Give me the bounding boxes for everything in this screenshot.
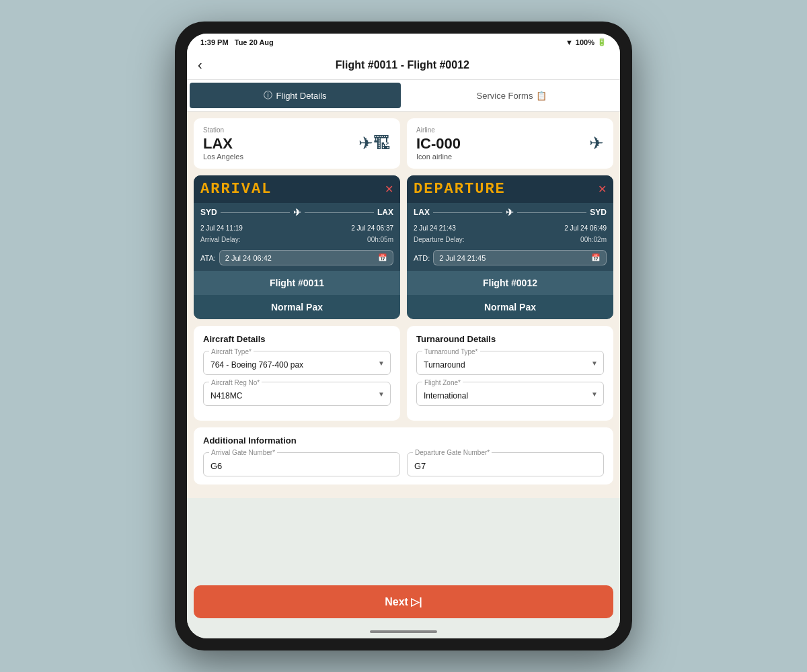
aircraft-type-label: Aircraft Type* bbox=[209, 348, 254, 355]
arrival-route-line2 bbox=[305, 212, 374, 213]
wifi-icon: ▼ bbox=[566, 38, 573, 46]
arrival-x-icon: ✕ bbox=[385, 183, 393, 196]
arrival-route: SYD ✈ LAX bbox=[194, 203, 400, 222]
departure-delay-value: 00h:02m bbox=[580, 236, 607, 243]
arrival-gate-input[interactable] bbox=[210, 461, 393, 471]
calendar-icon: 📅 bbox=[378, 253, 387, 262]
additional-info-title: Additional Information bbox=[203, 435, 604, 446]
flight-zone-label: Flight Zone* bbox=[422, 379, 463, 386]
spacer bbox=[194, 505, 613, 585]
atd-input[interactable]: 2 Jul 24 21:45 📅 bbox=[433, 250, 607, 265]
arrival-plane-icon: ✈ bbox=[293, 207, 301, 218]
aircraft-reg-field: Aircraft Reg No* N418MC ▼ bbox=[203, 382, 391, 406]
atd-label: ATD: bbox=[414, 254, 430, 262]
aircraft-reg-select[interactable]: N418MC bbox=[210, 391, 383, 401]
departure-plane-icon: ✈ bbox=[506, 207, 514, 218]
arrival-times: 2 Jul 24 11:19 2 Jul 24 06:37 bbox=[194, 222, 400, 235]
airline-icon: ✈ bbox=[589, 133, 604, 154]
departure-pax-button[interactable]: Normal Pax bbox=[407, 295, 613, 319]
departure-gate-label: Departure Gate Number* bbox=[413, 449, 492, 456]
flight-details-label: Flight Details bbox=[276, 91, 326, 101]
departure-gate-input[interactable] bbox=[414, 461, 597, 471]
next-button[interactable]: Next ▷| bbox=[194, 585, 613, 618]
flight-zone-select[interactable]: International bbox=[424, 391, 597, 401]
departure-route: LAX ✈ SYD bbox=[407, 203, 613, 222]
arrival-flight-button[interactable]: Flight #0011 bbox=[194, 271, 400, 295]
atd-value: 2 Jul 24 21:45 bbox=[439, 254, 486, 262]
home-indicator bbox=[187, 625, 620, 638]
arrival-gate-label: Arrival Gate Number* bbox=[209, 449, 277, 456]
turnaround-type-field: Turnaround Type* Turnaround ▼ bbox=[416, 351, 604, 375]
departure-card: DEPARTURE ✕ LAX ✈ SYD 2 Jul 24 21:43 2 J… bbox=[407, 175, 613, 319]
airline-label: Airline bbox=[416, 126, 461, 134]
flight-zone-wrapper[interactable]: Flight Zone* International ▼ bbox=[416, 382, 604, 406]
arrival-to: LAX bbox=[377, 208, 393, 217]
aircraft-reg-wrapper[interactable]: Aircraft Reg No* N418MC ▼ bbox=[203, 382, 391, 406]
back-button[interactable]: ‹ bbox=[198, 57, 202, 73]
calendar-icon-dep: 📅 bbox=[591, 253, 601, 262]
additional-info-card: Additional Information Arrival Gate Numb… bbox=[194, 427, 613, 485]
departure-delay-label: Departure Delay: bbox=[414, 236, 465, 243]
battery-label: 100% bbox=[576, 38, 594, 46]
atd-row: ATD: 2 Jul 24 21:45 📅 bbox=[407, 247, 613, 271]
station-card: Station LAX Los Angeles ✈🏗 bbox=[194, 118, 400, 169]
turnaround-type-wrapper[interactable]: Turnaround Type* Turnaround ▼ bbox=[416, 351, 604, 375]
arrival-delay-row: Arrival Delay: 00h:05m bbox=[194, 235, 400, 247]
tab-service-forms[interactable]: Service Forms 📋 bbox=[406, 83, 617, 108]
details-row: Aircraft Details Aircraft Type* 764 - Bo… bbox=[194, 326, 613, 421]
ata-row: ATA: 2 Jul 24 06:42 📅 bbox=[194, 247, 400, 271]
ata-input[interactable]: 2 Jul 24 06:42 📅 bbox=[219, 250, 393, 265]
station-airline-row: Station LAX Los Angeles ✈🏗 Airline IC-00… bbox=[194, 118, 613, 169]
station-icon: ✈🏗 bbox=[358, 133, 391, 154]
arrival-scheduled: 2 Jul 24 11:19 bbox=[200, 224, 243, 232]
arrival-actual: 2 Jul 24 06:37 bbox=[351, 224, 393, 232]
flight-details-icon: ⓘ bbox=[264, 89, 272, 101]
aircraft-type-select[interactable]: 764 - Boeing 767-400 pax bbox=[210, 360, 383, 370]
page-title: Flight #0011 - Flight #0012 bbox=[209, 59, 596, 71]
departure-gate-field: Departure Gate Number* bbox=[407, 452, 604, 476]
ata-label: ATA: bbox=[200, 254, 216, 262]
turnaround-details-title: Turnaround Details bbox=[416, 334, 604, 344]
departure-flight-button[interactable]: Flight #0012 bbox=[407, 271, 613, 295]
status-icons: ▼ 100% 🔋 bbox=[566, 38, 607, 46]
gate-row: Arrival Gate Number* Departure Gate Numb… bbox=[203, 452, 604, 476]
aircraft-reg-label: Aircraft Reg No* bbox=[209, 379, 262, 386]
departure-times: 2 Jul 24 21:43 2 Jul 24 06:49 bbox=[407, 222, 613, 235]
aircraft-details-title: Aircraft Details bbox=[203, 334, 391, 344]
home-bar bbox=[370, 630, 437, 633]
service-forms-label: Service Forms bbox=[477, 91, 533, 101]
arrival-pax-button[interactable]: Normal Pax bbox=[194, 295, 400, 319]
airline-name: Icon airline bbox=[416, 153, 461, 161]
arrival-delay-label: Arrival Delay: bbox=[200, 236, 240, 243]
status-time-date: 1:39 PM Tue 20 Aug bbox=[200, 38, 274, 46]
tab-bar: ⓘ Flight Details Service Forms 📋 bbox=[187, 80, 620, 112]
tab-flight-details[interactable]: ⓘ Flight Details bbox=[190, 83, 401, 108]
station-label: Station bbox=[203, 126, 243, 134]
departure-delay-row: Departure Delay: 00h:02m bbox=[407, 235, 613, 247]
arrival-delay-value: 00h:05m bbox=[367, 236, 393, 243]
airline-card: Airline IC-000 Icon airline ✈ bbox=[407, 118, 613, 169]
aircraft-details-card: Aircraft Details Aircraft Type* 764 - Bo… bbox=[194, 326, 400, 421]
departure-route-line2 bbox=[517, 212, 586, 213]
screen: 1:39 PM Tue 20 Aug ▼ 100% 🔋 ‹ Flight #00… bbox=[187, 34, 620, 638]
header: ‹ Flight #0011 - Flight #0012 bbox=[187, 50, 620, 80]
aircraft-type-wrapper[interactable]: Aircraft Type* 764 - Boeing 767-400 pax … bbox=[203, 351, 391, 375]
departure-banner: DEPARTURE ✕ bbox=[407, 175, 613, 203]
turnaround-type-select[interactable]: Turnaround bbox=[424, 360, 597, 370]
bottom-area: Next ▷| bbox=[187, 498, 620, 625]
airline-code: IC-000 bbox=[416, 135, 461, 153]
ata-value: 2 Jul 24 06:42 bbox=[225, 254, 272, 262]
departure-actual: 2 Jul 24 06:49 bbox=[564, 224, 607, 232]
main-content: Station LAX Los Angeles ✈🏗 Airline IC-00… bbox=[187, 112, 620, 498]
arrival-card: ARRIVAL ✕ SYD ✈ LAX 2 Jul 24 11:19 2 Jul… bbox=[194, 175, 400, 319]
departure-route-line bbox=[433, 212, 502, 213]
arrival-banner: ARRIVAL ✕ bbox=[194, 175, 400, 203]
departure-scheduled: 2 Jul 24 21:43 bbox=[414, 224, 456, 232]
device-frame: 1:39 PM Tue 20 Aug ▼ 100% 🔋 ‹ Flight #00… bbox=[175, 22, 632, 650]
flights-row: ARRIVAL ✕ SYD ✈ LAX 2 Jul 24 11:19 2 Jul… bbox=[194, 175, 613, 319]
flight-zone-field: Flight Zone* International ▼ bbox=[416, 382, 604, 406]
turnaround-type-label: Turnaround Type* bbox=[422, 348, 480, 355]
departure-to: SYD bbox=[590, 208, 607, 217]
aircraft-type-field: Aircraft Type* 764 - Boeing 767-400 pax … bbox=[203, 351, 391, 375]
arrival-from: SYD bbox=[200, 208, 217, 217]
